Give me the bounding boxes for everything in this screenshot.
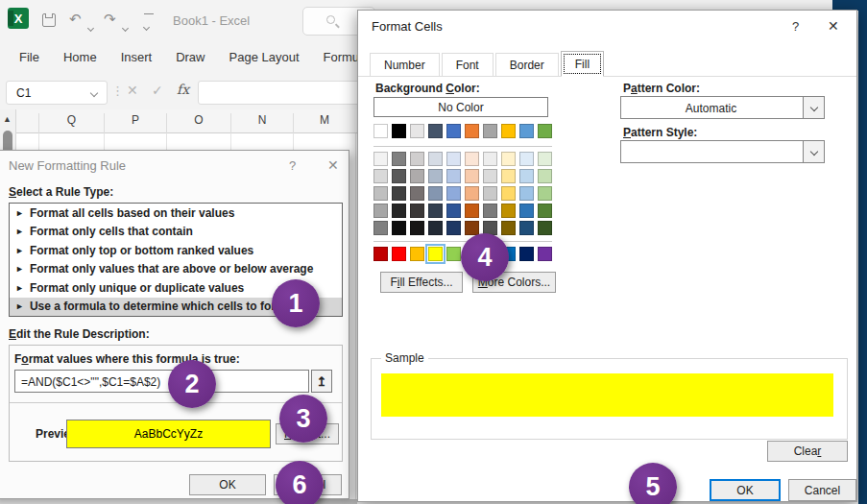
color-swatch[interactable] — [483, 169, 497, 183]
color-swatch[interactable] — [483, 186, 497, 201]
color-swatch[interactable] — [538, 221, 552, 235]
color-swatch[interactable] — [392, 221, 406, 235]
rule-type-option[interactable]: ►Format all cells based on their values — [10, 204, 342, 223]
clear-button[interactable]: Clear — [767, 441, 848, 462]
name-box[interactable]: C1 — [6, 81, 108, 105]
color-swatch[interactable] — [519, 186, 534, 201]
color-swatch[interactable] — [465, 186, 479, 201]
color-swatch[interactable] — [446, 169, 461, 183]
color-swatch[interactable] — [446, 247, 461, 261]
color-swatch[interactable] — [465, 169, 479, 183]
color-swatch[interactable] — [428, 186, 443, 201]
color-swatch[interactable] — [538, 247, 552, 261]
customize-qat-icon[interactable] — [144, 13, 154, 34]
color-swatch[interactable] — [428, 204, 443, 218]
help-button[interactable]: ? — [792, 19, 799, 34]
color-swatch[interactable] — [501, 152, 516, 166]
color-swatch[interactable] — [465, 221, 479, 235]
color-swatch[interactable] — [446, 186, 461, 201]
fill-effects-button[interactable]: Fill Effects... — [380, 272, 463, 293]
color-swatch[interactable] — [410, 247, 424, 261]
color-swatch[interactable] — [392, 247, 406, 261]
dropdown-button[interactable] — [803, 97, 824, 118]
save-icon[interactable] — [42, 13, 56, 27]
color-swatch[interactable] — [392, 152, 406, 166]
enter-entry-icon[interactable]: ✓ — [152, 83, 163, 98]
color-swatch[interactable] — [373, 124, 388, 138]
tab-draw[interactable]: Draw — [176, 50, 205, 64]
close-button[interactable]: ✕ — [828, 18, 839, 34]
tab-insert[interactable]: Insert — [121, 50, 153, 64]
ok-button[interactable]: OK — [710, 479, 781, 501]
color-swatch[interactable] — [392, 204, 406, 218]
name-box-dropdown-icon[interactable] — [90, 89, 98, 97]
tab-font[interactable]: Font — [442, 53, 494, 76]
rule-type-option[interactable]: ►Format only cells that contain — [10, 223, 342, 242]
color-swatch[interactable] — [501, 186, 516, 201]
color-swatch[interactable] — [373, 152, 388, 166]
undo-dropdown-icon[interactable] — [88, 17, 93, 35]
pattern-style-dropdown[interactable] — [620, 140, 825, 163]
color-swatch[interactable] — [465, 152, 479, 166]
scroll-up-icon[interactable]: ▲ — [3, 114, 12, 124]
tab-number[interactable]: Number — [370, 53, 440, 76]
color-swatch[interactable] — [538, 169, 552, 183]
color-swatch[interactable] — [392, 169, 406, 183]
color-swatch[interactable] — [373, 169, 388, 183]
color-swatch[interactable] — [410, 204, 424, 218]
color-swatch[interactable] — [410, 186, 424, 201]
color-swatch[interactable] — [538, 124, 552, 138]
color-swatch[interactable] — [519, 169, 534, 183]
collapse-dialog-button[interactable]: ↥ — [311, 370, 332, 393]
color-swatch[interactable] — [446, 124, 461, 138]
ok-button[interactable]: OK — [189, 474, 266, 495]
close-button[interactable]: ✕ — [327, 157, 339, 173]
color-swatch[interactable] — [465, 124, 479, 138]
redo-icon[interactable]: ↷ — [104, 12, 116, 27]
dropdown-button[interactable] — [803, 141, 824, 162]
color-swatch[interactable] — [446, 152, 461, 166]
undo-icon[interactable]: ↶ — [69, 12, 82, 27]
color-swatch[interactable] — [428, 169, 443, 183]
no-color-button[interactable]: No Color — [373, 97, 548, 117]
column-header[interactable]: Q — [38, 113, 104, 133]
color-swatch[interactable] — [538, 204, 552, 218]
column-header[interactable]: N — [230, 113, 293, 133]
color-swatch[interactable] — [446, 221, 461, 235]
color-swatch[interactable] — [519, 204, 534, 218]
color-swatch[interactable] — [373, 186, 388, 201]
tab-border[interactable]: Border — [495, 53, 559, 76]
column-headers[interactable]: Q P O N M — [0, 109, 357, 133]
color-swatch[interactable] — [373, 247, 388, 261]
color-swatch[interactable] — [446, 204, 461, 218]
color-swatch[interactable] — [392, 124, 406, 138]
color-swatch[interactable] — [428, 221, 443, 235]
help-button[interactable]: ? — [289, 158, 296, 173]
color-swatch[interactable] — [410, 152, 424, 166]
color-swatch[interactable] — [410, 124, 424, 138]
color-swatch[interactable] — [410, 221, 424, 235]
color-swatch[interactable] — [410, 169, 424, 183]
color-swatch[interactable] — [373, 221, 388, 235]
color-swatch[interactable] — [519, 221, 534, 235]
color-swatch[interactable] — [483, 124, 497, 138]
redo-dropdown-icon[interactable] — [123, 17, 128, 35]
formula-input[interactable]: =AND($C1<>"",$C1=$A$2) — [14, 370, 309, 393]
color-swatch[interactable] — [538, 152, 552, 166]
color-swatch[interactable] — [428, 124, 443, 138]
tab-home[interactable]: Home — [63, 50, 97, 64]
tab-page-layout[interactable]: Page Layout — [229, 50, 300, 64]
color-swatch[interactable] — [501, 221, 516, 235]
color-swatch[interactable] — [538, 186, 552, 201]
pattern-color-dropdown[interactable]: Automatic — [620, 96, 825, 119]
color-swatch[interactable] — [465, 204, 479, 218]
cancel-entry-icon[interactable]: ✕ — [127, 83, 138, 98]
color-swatch[interactable] — [501, 204, 516, 218]
color-swatch[interactable] — [501, 124, 516, 138]
color-swatch-selected[interactable] — [428, 247, 443, 261]
tab-file[interactable]: File — [19, 50, 39, 64]
column-header[interactable]: O — [166, 113, 230, 133]
color-swatch[interactable] — [373, 204, 388, 218]
color-swatch[interactable] — [392, 186, 406, 201]
color-swatch[interactable] — [519, 152, 534, 166]
